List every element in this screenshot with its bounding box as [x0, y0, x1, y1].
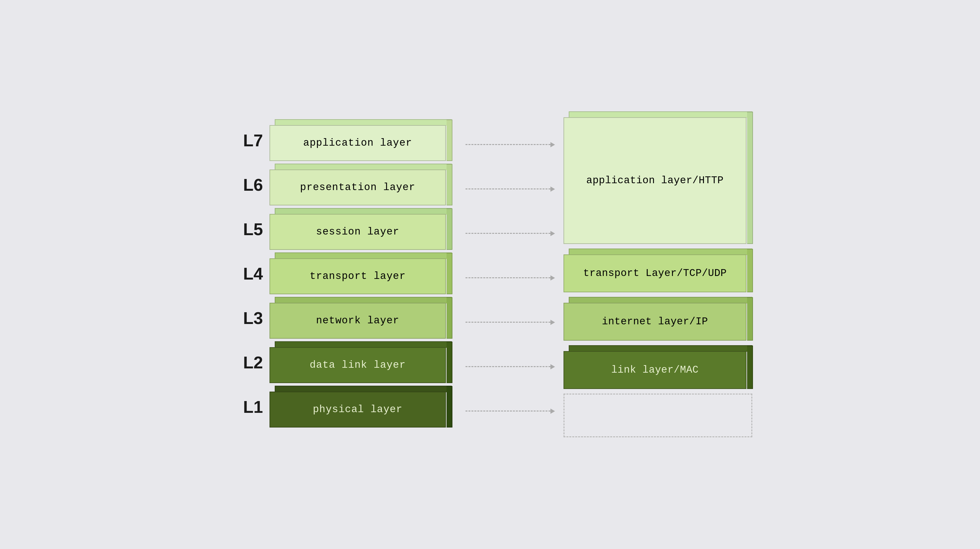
box-l4: transport layer [269, 253, 452, 295]
dashed-arrow-l7 [466, 144, 550, 145]
box-l7: application layer [269, 119, 452, 162]
layer-row-l3: L3 network layer [227, 297, 452, 339]
label-l5: L5 [227, 221, 263, 238]
dashed-arrow-l6 [466, 188, 550, 189]
layer-row-l4: L4 transport layer [227, 253, 452, 295]
tcpip-row-app: application layer/HTTP [563, 111, 753, 245]
layer-text-l1: physical layer [313, 404, 402, 415]
layer-row-l6: L6 presentation layer [227, 164, 452, 206]
dashed-arrow-l2 [466, 366, 550, 367]
label-l2: L2 [227, 354, 263, 371]
tcpip-text-transport: transport Layer/TCP/UDP [583, 267, 727, 279]
arrows-area [452, 116, 563, 433]
layer-text-l2: data link layer [310, 359, 406, 371]
dashed-arrow-l4 [466, 277, 550, 278]
box-l5: session layer [269, 208, 452, 250]
layer-row-l1: L1 physical layer [227, 386, 452, 428]
tcpip-stack: application layer/HTTP transport Layer/T… [563, 111, 753, 438]
label-l4: L4 [227, 265, 263, 282]
arrow-l2 [452, 345, 563, 389]
dashed-arrow-l1 [466, 411, 550, 412]
dashed-arrow-l5 [466, 233, 550, 234]
arrow-l1 [452, 389, 563, 433]
layer-text-l3: network layer [316, 315, 399, 326]
tcpip-text-internet: internet layer/IP [602, 316, 708, 327]
label-l3: L3 [227, 310, 263, 326]
diagram-container: L7 application layer L6 presentation lay… [65, 111, 915, 438]
arrow-l5 [452, 211, 563, 256]
tcpip-text-link: link layer/MAC [611, 364, 698, 376]
arrow-l6 [452, 167, 563, 211]
label-l1: L1 [227, 398, 263, 415]
box-l1: physical layer [269, 386, 452, 428]
arrow-l4 [452, 256, 563, 300]
dashed-arrow-l3 [466, 322, 550, 323]
arrow-l3 [452, 300, 563, 345]
layer-row-l7: L7 application layer [227, 119, 452, 162]
tcpip-row-internet: internet layer/IP [563, 297, 753, 341]
box-l3: network layer [269, 297, 452, 339]
box-l2: data link layer [269, 341, 452, 384]
tcpip-text-app: application layer/HTTP [586, 175, 724, 186]
box-l6: presentation layer [269, 164, 452, 206]
layer-text-l7: application layer [303, 137, 412, 149]
layer-text-l4: transport layer [310, 271, 406, 282]
tcpip-row-physical-dashed [563, 393, 753, 438]
arrow-l7 [452, 123, 563, 167]
layer-row-l2: L2 data link layer [227, 341, 452, 384]
label-l6: L6 [227, 177, 263, 193]
layer-text-l6: presentation layer [300, 181, 415, 193]
tcpip-row-transport: transport Layer/TCP/UDP [563, 248, 753, 293]
osi-stack: L7 application layer L6 presentation lay… [227, 119, 452, 430]
layer-row-l5: L5 session layer [227, 208, 452, 250]
tcpip-row-link: link layer/MAC [563, 345, 753, 390]
layer-text-l5: session layer [316, 226, 399, 237]
label-l7: L7 [227, 132, 263, 149]
